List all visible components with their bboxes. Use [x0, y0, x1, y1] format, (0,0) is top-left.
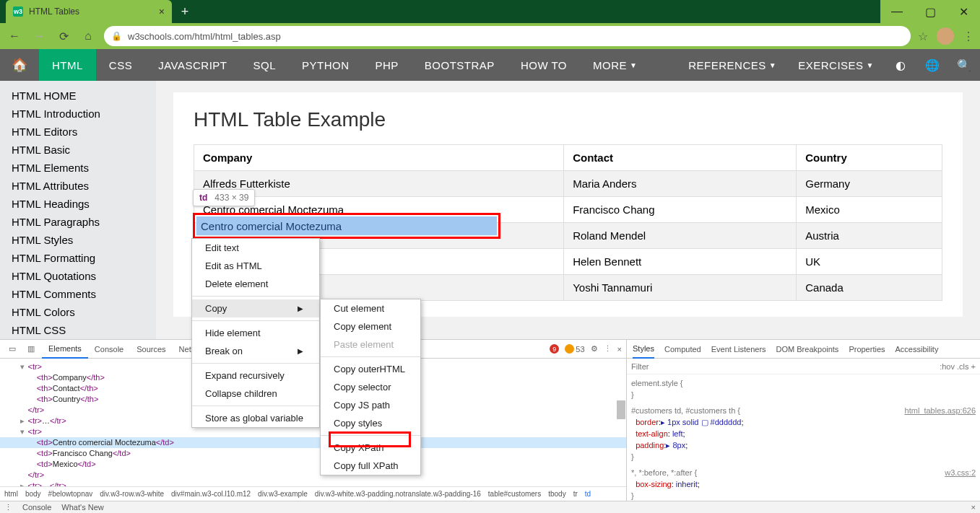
menu-item[interactable]: Copy JS path	[321, 396, 420, 414]
sidebar-item[interactable]: HTML Introduction	[0, 105, 156, 123]
new-tab-button[interactable]: +	[175, 1, 195, 22]
sidebar-item[interactable]: HTML Editors	[0, 123, 156, 141]
globe-icon[interactable]: 🌐	[916, 49, 948, 81]
menu-item[interactable]: Hide element	[192, 324, 319, 342]
menu-item[interactable]: Store as global variable	[192, 409, 319, 427]
context-submenu-copy[interactable]: Cut elementCopy elementPaste elementCopy…	[320, 299, 421, 475]
url-box[interactable]: 🔒 w3schools.com/html/html_tables.asp	[104, 26, 911, 46]
styles-tab[interactable]: Computed	[664, 345, 701, 354]
topnav-item[interactable]: PYTHON	[289, 49, 363, 81]
sidebar-item[interactable]: HTML CSS	[0, 321, 156, 339]
browser-tab[interactable]: w3 HTML Tables ×	[6, 0, 172, 23]
menu-item[interactable]: Expand recursively	[192, 367, 319, 385]
menu-item[interactable]: Copy XPath	[321, 439, 420, 457]
topnav-item[interactable]: REFERENCES ▼	[677, 49, 787, 81]
dom-breadcrumb[interactable]: htmlbody#belowtopnavdiv.w3-row.w3-whited…	[0, 486, 626, 501]
drawer-tab[interactable]: What's New	[61, 503, 103, 512]
table-cell[interactable]: Austria	[797, 223, 942, 249]
maximize-icon[interactable]: ▢	[914, 0, 947, 23]
table-cell[interactable]: Germany	[797, 171, 942, 197]
menu-item[interactable]: Edit as HTML	[192, 257, 319, 275]
search-icon[interactable]: 🔍	[948, 49, 980, 81]
breadcrumb-item[interactable]: tbody	[548, 490, 565, 498]
breadcrumb-item[interactable]: body	[25, 490, 41, 498]
minimize-icon[interactable]: —	[880, 0, 914, 23]
breadcrumb-item[interactable]: div.w3-example	[258, 490, 308, 498]
sidebar-item[interactable]: HTML Colors	[0, 303, 156, 321]
breadcrumb-item[interactable]: tr	[573, 490, 578, 498]
menu-item[interactable]: Copy styles	[321, 414, 420, 432]
context-menu[interactable]: Edit textEdit as HTMLDelete elementCopy▶…	[191, 238, 320, 428]
error-count-icon[interactable]: 9	[550, 344, 559, 354]
devtools-tab[interactable]: Elements	[42, 340, 88, 359]
menu-item[interactable]: Copy full XPath	[321, 457, 420, 475]
table-cell[interactable]: UK	[797, 249, 942, 275]
sidebar-item[interactable]: HTML Formatting	[0, 249, 156, 267]
theme-icon[interactable]: ◐	[885, 49, 916, 81]
devtools-tab[interactable]: Sources	[130, 340, 172, 359]
table-cell[interactable]: Yoshi Tannamuri	[564, 275, 797, 301]
filter-pills[interactable]: :hov .cls +	[940, 362, 976, 371]
styles-tab[interactable]: DOM Breakpoints	[776, 345, 839, 354]
sidebar-item[interactable]: HTML Quotations	[0, 267, 156, 285]
breadcrumb-item[interactable]: html	[4, 490, 18, 498]
dom-line[interactable]: <td>Francisco Chang</td>	[0, 448, 626, 459]
styles-tab[interactable]: Styles	[633, 340, 654, 359]
inspect-icon[interactable]: ▭	[4, 341, 20, 357]
close-devtools-icon[interactable]: ×	[617, 345, 622, 354]
topnav-item[interactable]: JAVASCRIPT	[145, 49, 240, 81]
sidebar-item[interactable]: HTML Comments	[0, 285, 156, 303]
table-cell[interactable]: Mexico	[797, 197, 942, 223]
star-icon[interactable]: ☆	[918, 30, 928, 43]
menu-item[interactable]: Copy outerHTML	[321, 360, 420, 378]
table-cell[interactable]: Maria Anders	[564, 171, 797, 197]
close-icon[interactable]: ×	[159, 6, 165, 17]
menu-item[interactable]: Copy▶	[192, 299, 319, 317]
home-button[interactable]: ⌂	[79, 27, 97, 45]
breadcrumb-item[interactable]: div.w3-row.w3-white	[100, 490, 164, 498]
sidebar-item[interactable]: HTML Elements	[0, 159, 156, 177]
breadcrumb-item[interactable]: td	[585, 490, 591, 498]
sidebar-item[interactable]: HTML Basic	[0, 141, 156, 159]
close-window-icon[interactable]: ✕	[947, 0, 980, 23]
drawer-close-icon[interactable]: ×	[971, 503, 976, 512]
kebab-icon[interactable]: ⋮	[963, 30, 974, 43]
topnav-item[interactable]: HTML	[39, 49, 96, 81]
gear-icon[interactable]: ⚙	[591, 344, 598, 354]
table-cell[interactable]: Francisco Chang	[564, 197, 797, 223]
drawer-kebab-icon[interactable]: ⋮	[4, 503, 12, 512]
filter-input[interactable]	[631, 362, 935, 371]
table-cell[interactable]: Helen Bennett	[564, 249, 797, 275]
styles-tab[interactable]: Accessibility	[896, 345, 939, 354]
sidebar-item[interactable]: HTML HOME	[0, 87, 156, 105]
styles-tab[interactable]: Properties	[849, 345, 885, 354]
breadcrumb-item[interactable]: div.w3-white.w3-padding.notranslate.w3-p…	[315, 490, 481, 498]
table-cell[interactable]: Roland Mendel	[564, 223, 797, 249]
menu-item[interactable]: Cut element	[321, 299, 420, 317]
topnav-item[interactable]: EXERCISES ▼	[787, 49, 885, 81]
kebab-icon[interactable]: ⋮	[604, 344, 612, 354]
dom-line[interactable]: <td>Mexico</td>	[0, 459, 626, 470]
menu-item[interactable]: Edit text	[192, 239, 319, 257]
styles-pane[interactable]: element.style {}html_tables.asp:626#cust…	[627, 374, 980, 501]
breadcrumb-item[interactable]: div#main.w3-col.l10.m12	[171, 490, 251, 498]
devtools-tab[interactable]: Console	[88, 340, 130, 359]
device-icon[interactable]: ▥	[23, 341, 39, 357]
dom-line[interactable]: <td>Centro comercial Moctezuma</td>	[0, 437, 626, 448]
forward-button[interactable]: →	[30, 27, 48, 45]
breadcrumb-item[interactable]: #belowtopnav	[48, 490, 93, 498]
breadcrumb-item[interactable]: table#customers	[488, 490, 541, 498]
scrollbar-thumb[interactable]	[617, 400, 625, 419]
home-icon[interactable]: 🏠	[0, 49, 39, 81]
back-button[interactable]: ←	[6, 27, 23, 45]
menu-item[interactable]: Collapse children	[192, 385, 319, 403]
topnav-item[interactable]: SQL	[240, 49, 289, 81]
menu-item[interactable]: Copy element	[321, 317, 420, 336]
avatar[interactable]	[937, 27, 954, 45]
topnav-item[interactable]: MORE ▼	[580, 49, 650, 81]
sidebar-item[interactable]: HTML Headings	[0, 195, 156, 213]
sidebar-item[interactable]: HTML Attributes	[0, 177, 156, 195]
dom-line[interactable]: ▸<tr>…</tr>	[0, 481, 626, 486]
topnav-item[interactable]: HOW TO	[508, 49, 580, 81]
menu-item[interactable]: Break on▶	[192, 342, 319, 360]
